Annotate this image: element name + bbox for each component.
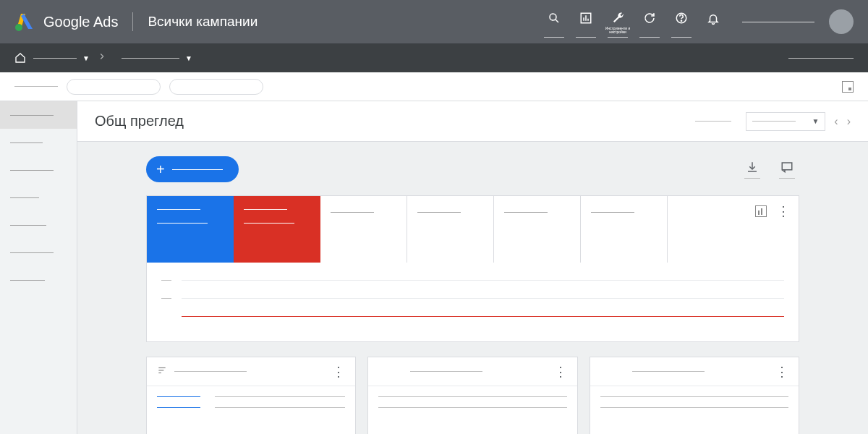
sidebar-item-6[interactable] xyxy=(0,266,77,294)
page-title: Общ преглед xyxy=(95,113,184,129)
download-icon xyxy=(746,161,759,174)
breadcrumb-bar: ▼ ▼ xyxy=(0,43,868,72)
user-avatar[interactable] xyxy=(829,9,854,34)
overview-chart-card: ⋮ xyxy=(146,195,799,342)
product-name: Google Ads xyxy=(43,14,118,30)
caret-down-icon: ▼ xyxy=(812,117,819,125)
summary-card-3: ⋮ xyxy=(590,357,799,434)
sidebar-item-3[interactable] xyxy=(0,184,77,211)
caret-down-icon: ▼ xyxy=(82,54,90,62)
date-range-selector[interactable]: ▼ xyxy=(746,112,825,131)
compare-label xyxy=(695,121,731,122)
sidebar-item-0[interactable] xyxy=(0,101,77,129)
svg-point-8 xyxy=(681,20,681,21)
date-nav: ‹ › xyxy=(834,115,851,128)
sidebar-item-5[interactable] xyxy=(0,239,77,266)
card-menu-button[interactable]: ⋮ xyxy=(554,364,567,380)
card-menu-button[interactable]: ⋮ xyxy=(777,205,790,218)
breadcrumb-segment-2[interactable]: ▼ xyxy=(122,54,192,62)
scorecard-4[interactable] xyxy=(407,196,494,263)
scorecard-row: ⋮ xyxy=(147,196,799,263)
svg-point-1 xyxy=(550,14,556,20)
prev-period-button[interactable]: ‹ xyxy=(834,115,838,128)
help-tool[interactable] xyxy=(667,7,696,38)
sidebar-item-2[interactable] xyxy=(0,156,77,184)
layout-icon[interactable] xyxy=(842,81,854,93)
next-period-button[interactable]: › xyxy=(847,115,851,128)
wrench-icon xyxy=(610,11,625,25)
svg-rect-10 xyxy=(782,163,792,170)
breadcrumb-segment-1[interactable]: ▼ xyxy=(33,54,90,62)
refresh-tool[interactable] xyxy=(635,7,664,38)
sort-icon xyxy=(157,365,167,378)
card-menu-button[interactable]: ⋮ xyxy=(332,364,345,380)
bell-icon xyxy=(706,12,720,26)
chevron-right-icon xyxy=(97,51,107,64)
product-logo[interactable]: Google Ads xyxy=(14,12,118,32)
app-header: Google Ads Всички кампании Инструменти и… xyxy=(0,0,868,43)
home-icon[interactable] xyxy=(14,52,26,64)
download-button[interactable] xyxy=(740,161,765,179)
scorecard-3[interactable] xyxy=(320,196,407,263)
scorecard-5[interactable] xyxy=(494,196,581,263)
caret-down-icon: ▼ xyxy=(185,54,192,62)
feedback-icon xyxy=(780,161,793,174)
search-tool[interactable] xyxy=(540,7,569,38)
header-tools: Инструменти и настройки xyxy=(540,7,728,38)
scorecard-1[interactable] xyxy=(147,196,234,263)
header-scope-title: Всички кампании xyxy=(148,14,258,30)
chart-area xyxy=(147,263,799,341)
expand-chart-icon[interactable] xyxy=(755,205,767,217)
scorecard-6[interactable] xyxy=(581,196,668,263)
left-sidebar xyxy=(0,101,77,434)
content-body: + xyxy=(77,142,868,434)
filter-pill-1[interactable] xyxy=(67,79,161,95)
summary-card-2: ⋮ xyxy=(367,357,577,434)
header-divider xyxy=(132,12,133,31)
search-icon xyxy=(547,11,561,25)
filter-pill-2[interactable] xyxy=(169,79,263,95)
account-selector[interactable] xyxy=(742,14,814,22)
breadcrumb-right-slot[interactable] xyxy=(788,58,854,59)
reports-tool[interactable] xyxy=(571,7,600,38)
help-icon xyxy=(674,11,689,25)
tools-settings-tool[interactable]: Инструменти и настройки xyxy=(603,7,632,38)
content-header: Общ преглед ▼ ‹ › xyxy=(77,101,868,142)
filter-bar xyxy=(0,72,868,101)
summary-card-1: ⋮ xyxy=(146,357,356,434)
svg-line-2 xyxy=(556,20,558,22)
google-ads-logo-icon xyxy=(14,12,35,32)
sidebar-item-4[interactable] xyxy=(0,211,77,239)
reports-icon xyxy=(579,11,593,25)
notifications-tool[interactable] xyxy=(699,7,728,36)
scorecard-2[interactable] xyxy=(234,196,320,263)
sidebar-item-1[interactable] xyxy=(0,129,77,156)
feedback-button[interactable] xyxy=(775,161,799,179)
filter-label xyxy=(14,86,58,87)
new-campaign-button[interactable]: + xyxy=(146,156,239,182)
card-menu-button[interactable]: ⋮ xyxy=(775,364,788,380)
plus-icon: + xyxy=(156,161,165,178)
refresh-icon xyxy=(642,11,657,25)
svg-point-0 xyxy=(15,24,22,31)
